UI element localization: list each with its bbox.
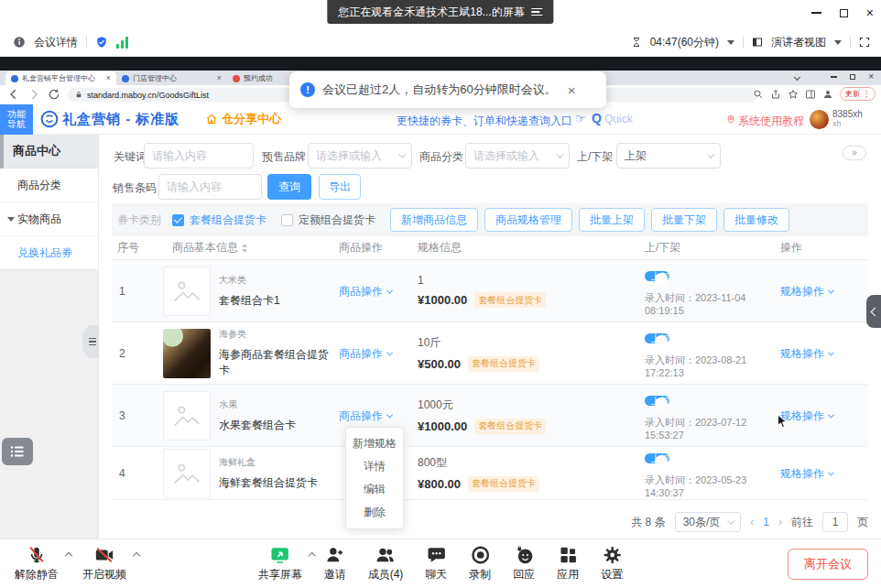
spec-op-link[interactable]: 规格操作 (780, 466, 833, 482)
shelf-select[interactable]: 上架 (616, 143, 721, 169)
keyword-input[interactable] (144, 143, 254, 169)
start-video-button[interactable]: 开启视频 (82, 545, 126, 583)
menu-item-delete[interactable]: 删除 (346, 501, 403, 524)
window-close-button[interactable]: × (866, 6, 874, 19)
meeting-details-button[interactable]: 会议详情 (34, 35, 78, 50)
current-page[interactable]: 1 (763, 516, 769, 528)
chat-button[interactable]: 聊天 (425, 545, 447, 583)
browser-update-button[interactable]: 更新 ⋮ (840, 87, 876, 101)
quick-entry-tip[interactable]: 更快捷的券卡、订单和快递查询入口 (397, 114, 572, 129)
shelf-label: 上/下架 (577, 149, 613, 165)
right-panel-handle[interactable] (866, 295, 881, 328)
floating-list-button[interactable] (2, 438, 33, 465)
user-avatar[interactable] (810, 110, 829, 129)
product-op-link[interactable]: 商品操作 (339, 346, 392, 362)
product-op-link-open[interactable]: 商品操作 (339, 408, 392, 424)
prev-page-button[interactable]: ‹ (750, 516, 754, 528)
side-panel-icon[interactable] (805, 89, 816, 100)
profile-icon[interactable] (822, 89, 833, 100)
sidebar-item-physical-goods[interactable]: 实物商品 (0, 202, 98, 236)
bookmark-star-icon[interactable] (788, 89, 799, 100)
window-maximize-button[interactable] (840, 9, 848, 17)
shelf-toggle[interactable]: 上架 (645, 271, 669, 281)
bulk-edit-button[interactable]: 批量修改 (723, 208, 789, 232)
shelf-toggle[interactable]: 上架 (645, 453, 669, 463)
spec-op-link[interactable]: 规格操作 (780, 284, 833, 299)
back-icon[interactable] (7, 88, 20, 101)
collapse-filters-button[interactable]: » (843, 146, 866, 160)
spec-manage-button[interactable]: 商品规格管理 (484, 208, 572, 232)
divider (86, 36, 87, 49)
timer-dropdown-caret-icon[interactable] (727, 40, 734, 45)
tab-search-icon[interactable] (794, 73, 800, 80)
browser-tab-active[interactable]: 礼盒营销平台管理中心 × (5, 71, 116, 85)
browser-tab[interactable]: 门店管理中心 × (116, 71, 227, 85)
quick-q-icon[interactable]: Q (592, 111, 602, 125)
share-center-link[interactable]: 仓分享中心 (205, 111, 281, 127)
window-minimize-button[interactable] (811, 12, 821, 14)
unmute-button[interactable]: 解除静音 (15, 545, 59, 583)
bulk-on-shelf-button[interactable]: 批量上架 (579, 208, 645, 232)
bulk-off-shelf-button[interactable]: 批量下架 (651, 208, 717, 232)
product-category: 海鲜礼盒 (219, 456, 318, 469)
video-options-caret-icon[interactable] (133, 552, 140, 560)
toast-close-icon[interactable]: × (568, 82, 576, 98)
kebab-menu-icon[interactable]: ⋮ (863, 90, 870, 98)
sidebar-item-goods-category[interactable]: 商品分类 (0, 169, 98, 202)
forward-icon[interactable] (27, 88, 40, 101)
leave-meeting-button[interactable]: 离开会议 (788, 549, 868, 580)
invite-button[interactable]: 邀请 (324, 545, 346, 583)
security-shield-icon[interactable] (95, 36, 108, 49)
shelf-toggle-label: 上架 (651, 396, 669, 406)
query-button[interactable]: 查询 (267, 174, 311, 200)
menu-item-detail[interactable]: 详情 (346, 455, 403, 478)
fullscreen-icon[interactable] (859, 37, 870, 48)
checkbox-fixed-card[interactable] (281, 214, 293, 226)
product-op-link[interactable]: 商品操作 (339, 284, 392, 299)
page-size-select[interactable]: 30条/页 (675, 512, 742, 532)
browser-close-button[interactable]: × (868, 72, 874, 82)
settings-button[interactable]: 设置 (601, 545, 623, 583)
shelf-toggle[interactable]: 上架 (645, 333, 669, 343)
product-op-label: 商品操作 (339, 284, 383, 299)
col-spec: 规格信息 (418, 240, 645, 256)
tutorial-link[interactable]: 系统使用教程 (738, 114, 804, 129)
brand-select[interactable]: 请选择或输入 (308, 143, 412, 169)
zoom-lens-icon[interactable] (753, 89, 764, 100)
share-icon[interactable] (770, 89, 781, 100)
add-product-button[interactable]: 新增商品信息 (390, 208, 478, 232)
refresh-icon[interactable] (48, 88, 60, 101)
category-select[interactable]: 请选择或输入 (465, 143, 570, 169)
quick-label[interactable]: Quick (604, 113, 633, 125)
spec-op-link[interactable]: 规格操作 (780, 346, 833, 362)
nav-toggle-button[interactable]: 功能导航 (0, 104, 33, 135)
tab-close-icon[interactable]: × (217, 74, 222, 82)
record-button[interactable]: 录制 (469, 545, 491, 583)
view-dropdown-caret-icon[interactable] (834, 40, 842, 45)
barcode-input[interactable] (158, 174, 262, 200)
screen: 您正在观看金禾通技术王斌18...的屏幕 × 会议详情 04:47(60分钟) … (0, 0, 881, 588)
shelf-toggle[interactable]: 上架 (645, 396, 669, 406)
banner-menu-icon[interactable] (532, 8, 543, 16)
apps-button[interactable]: 应用 (557, 545, 579, 583)
checkbox-combo-card[interactable] (172, 214, 184, 226)
reaction-button[interactable]: 回应 (513, 545, 535, 583)
view-mode-button[interactable]: 演讲者视图 (771, 35, 826, 50)
members-button[interactable]: 成员(4) (368, 545, 404, 583)
menu-item-edit[interactable]: 编辑 (346, 478, 403, 501)
share-options-caret-icon[interactable] (308, 552, 315, 560)
browser-maximize-button[interactable] (850, 74, 855, 80)
tab-close-icon[interactable]: × (106, 74, 111, 82)
share-screen-button[interactable]: 共享屏幕 (258, 545, 302, 583)
sort-icon[interactable] (242, 244, 247, 253)
menu-item-add-spec[interactable]: 新增规格 (346, 432, 403, 455)
next-page-button[interactable]: › (778, 516, 782, 528)
toast-message: 会议已超过2人，自动转为60分钟限时会议。 (322, 82, 557, 98)
goto-page-input[interactable] (822, 512, 848, 532)
checkbox-combo-card-label[interactable]: 套餐组合提货卡 (190, 212, 266, 228)
sidebar-item-gift-voucher[interactable]: 兑换礼品券 (0, 236, 98, 270)
export-button[interactable]: 导出 (319, 174, 361, 200)
mic-options-caret-icon[interactable] (65, 552, 72, 560)
browser-minimize-button[interactable] (831, 76, 837, 77)
checkbox-fixed-card-label[interactable]: 定额组合提货卡 (299, 212, 375, 228)
